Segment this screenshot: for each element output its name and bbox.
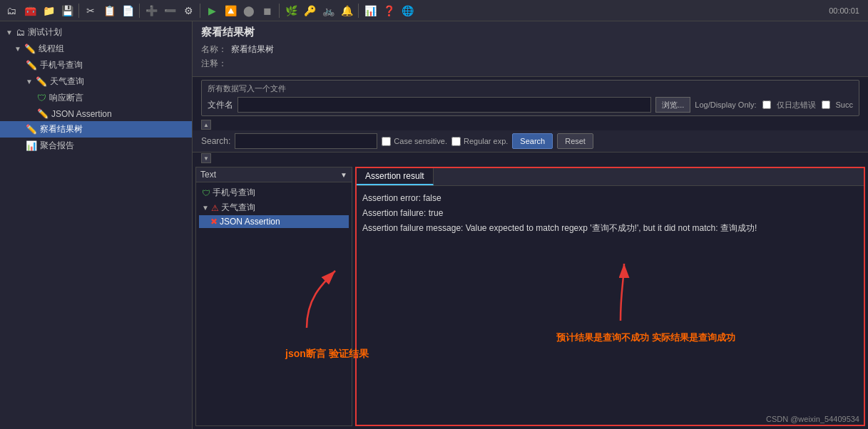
success-checkbox[interactable]	[822, 100, 830, 109]
toolbar-icon-run[interactable]: ▶	[203, 2, 220, 19]
name-row: 名称： 察看结果树	[201, 43, 859, 56]
assertion-result-tab[interactable]: Assertion result	[357, 168, 434, 185]
sidebar-item-test-plan[interactable]: ▼ 🗂 测试计划	[0, 24, 192, 41]
case-sensitive-checkbox[interactable]	[382, 137, 391, 146]
toolbar-icon-plant[interactable]: 🌿	[282, 2, 300, 19]
toolbar-sep-2	[139, 4, 140, 18]
expand-icon-2: ▼	[14, 45, 21, 53]
name-value: 察看结果树	[231, 43, 274, 56]
tree-panel: Text ▼ 🛡 手机号查询 ▼ ⚠ 天气查询 ✖ JSON A	[195, 167, 352, 426]
tree-item-json-label: JSON Assertion	[220, 217, 280, 227]
file-section-title: 所有数据写入一个文件	[208, 83, 853, 94]
sidebar-item-json-assertion[interactable]: ✏️ JSON Assertion	[0, 106, 192, 121]
toolbar-icon-globe[interactable]: 🌐	[399, 2, 416, 19]
toolbar-icon-bell[interactable]: 🔔	[338, 2, 355, 19]
browse-button[interactable]: 浏览...	[655, 97, 690, 113]
search-input[interactable]	[235, 133, 377, 149]
comment-row: 注释：	[201, 58, 859, 70]
sidebar-label-thread-group: 线程组	[39, 43, 64, 55]
comment-label: 注释：	[201, 58, 227, 70]
search-button[interactable]: Search	[512, 133, 553, 149]
errors-only-checkbox[interactable]	[762, 100, 771, 109]
main-layout: ▼ 🗂 测试计划 ▼ ✏️ 线程组 ✏️ 手机号查询 ▼ ✏️ 天气查询 🛡 响…	[0, 21, 868, 429]
errors-only-label: 仅日志错误	[777, 100, 816, 110]
tree-body: 🛡 手机号查询 ▼ ⚠ 天气查询 ✖ JSON Assertion	[196, 182, 352, 425]
json-error-icon: ✖	[210, 217, 218, 227]
test-plan-icon: 🗂	[16, 27, 25, 38]
toolbar-icon-remove[interactable]: ➖	[161, 2, 178, 19]
tree-header: Text ▼	[196, 167, 352, 182]
toolbar-icon-cut[interactable]: ✂	[82, 2, 99, 19]
expand-icon: ▼	[6, 29, 13, 36]
result-line-3: Assertion failure message: Value expecte…	[362, 222, 858, 235]
json-assertion-icon: ✏️	[37, 108, 48, 119]
toolbar: 🗂 🧰 📁 💾 ✂ 📋 📄 ➕ ➖ ⚙ ▶ 🔼 ⬤ ◼ 🌿 🔑 🚲 🔔 📊 ❓ …	[0, 0, 868, 21]
sidebar-item-response-assert[interactable]: 🛡 响应断言	[0, 90, 192, 106]
toolbar-icon-folder[interactable]: 🗂	[3, 2, 20, 19]
toolbar-icon-paste[interactable]: 📄	[119, 2, 136, 19]
result-tab-bar: Assertion result	[357, 168, 864, 186]
toolbar-icon-settings[interactable]: ⚙	[180, 2, 197, 19]
search-bar: Search: Case sensitive. Regular exp. Sea…	[193, 130, 868, 153]
case-sensitive-label: Case sensitive.	[394, 137, 447, 145]
toolbar-icon-bike[interactable]: 🚲	[320, 2, 337, 19]
weather-expand-icon: ▼	[202, 204, 209, 212]
filename-input[interactable]	[238, 97, 651, 113]
phone-shield-icon: 🛡	[202, 188, 210, 198]
sidebar-item-weather-query[interactable]: ▼ ✏️ 天气查询	[0, 73, 192, 90]
sidebar-label-json-assertion: JSON Assertion	[51, 109, 112, 119]
content-area: 察看结果树 名称： 察看结果树 注释： 所有数据写入一个文件 文件名 浏览...…	[193, 21, 868, 429]
toolbar-icon-config[interactable]: 🧰	[21, 2, 39, 19]
toolbar-icon-add[interactable]: ➕	[143, 2, 160, 19]
view-results-icon: ✏️	[26, 124, 37, 135]
log-display-label: Log/Display Only:	[695, 100, 756, 109]
toolbar-time: 00:00:01	[829, 6, 865, 15]
toolbar-icon-copy[interactable]: 📋	[101, 2, 118, 19]
scroll-up-indicator[interactable]: ▲	[201, 120, 211, 130]
sidebar-item-view-results-tree[interactable]: ✏️ 察看结果树	[0, 121, 192, 138]
sidebar-item-aggregate-report[interactable]: 📊 聚合报告	[0, 138, 192, 154]
sidebar-item-thread-group[interactable]: ▼ ✏️ 线程组	[0, 41, 192, 57]
tree-item-phone-label: 手机号查询	[213, 187, 255, 199]
toolbar-icon-open[interactable]: 📁	[40, 2, 57, 19]
sidebar-label-weather-query: 天气查询	[50, 76, 84, 88]
tree-item-json[interactable]: ✖ JSON Assertion	[199, 215, 349, 228]
watermark: CSDN @weixin_54409534	[766, 415, 859, 423]
toolbar-icon-key[interactable]: 🔑	[301, 2, 318, 19]
scroll-down-indicator[interactable]: ▼	[201, 153, 211, 163]
panels-area: Text ▼ 🛡 手机号查询 ▼ ⚠ 天气查询 ✖ JSON A	[193, 164, 868, 429]
expand-icon-3: ▼	[26, 78, 33, 86]
toolbar-sep-4	[279, 4, 280, 18]
scroll-indicator-row: ▲	[193, 119, 868, 130]
scroll-indicator-row2: ▼	[193, 153, 868, 164]
toolbar-icon-help[interactable]: ❓	[380, 2, 397, 19]
reset-button[interactable]: Reset	[557, 133, 593, 149]
phone-query-icon: ✏️	[26, 60, 37, 71]
toolbar-icon-chart[interactable]: 📊	[362, 2, 379, 19]
toolbar-icon-stop2[interactable]: ◼	[259, 2, 276, 19]
sidebar-label-test-plan: 测试计划	[28, 26, 62, 38]
file-row: 文件名 浏览... Log/Display Only: 仅日志错误 Succ	[208, 97, 853, 113]
thread-group-icon: ✏️	[24, 43, 36, 54]
tree-collapse-icon[interactable]: ▼	[340, 171, 347, 179]
page-title: 察看结果树	[201, 26, 859, 39]
toolbar-icon-runup[interactable]: 🔼	[222, 2, 239, 19]
regex-label: Regular exp.	[464, 137, 508, 145]
toolbar-icon-stop1[interactable]: ⬤	[240, 2, 257, 19]
search-label: Search:	[201, 136, 230, 146]
sidebar-item-phone-query[interactable]: ✏️ 手机号查询	[0, 57, 192, 73]
weather-warning-icon: ⚠	[211, 203, 219, 213]
regex-checkbox[interactable]	[451, 137, 461, 146]
result-line-1: Assertion error: false	[362, 192, 858, 205]
sidebar-label-phone-query: 手机号查询	[40, 59, 83, 71]
tree-item-weather-label: 天气查询	[221, 202, 255, 214]
result-body: Assertion error: false Assertion failure…	[357, 186, 864, 425]
tree-header-label: Text	[200, 170, 216, 180]
sidebar-label-view-results: 察看结果树	[40, 123, 83, 135]
tree-item-phone[interactable]: 🛡 手机号查询	[199, 185, 349, 200]
tree-item-weather[interactable]: ▼ ⚠ 天气查询	[199, 200, 349, 215]
toolbar-sep-5	[358, 4, 359, 18]
result-line-2: Assertion failure: true	[362, 207, 858, 220]
toolbar-icon-save[interactable]: 💾	[58, 2, 76, 19]
weather-query-icon: ✏️	[36, 76, 47, 87]
